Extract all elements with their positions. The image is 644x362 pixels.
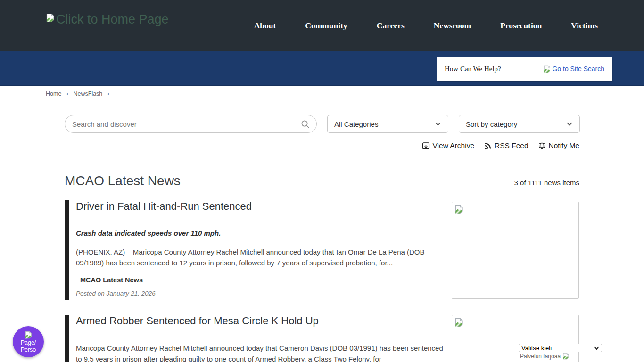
language-select-value: Valitse kieli bbox=[521, 345, 552, 352]
rss-feed-label: RSS Feed bbox=[495, 141, 528, 150]
chevron-down-icon bbox=[435, 121, 441, 127]
breadcrumb-separator: › bbox=[66, 90, 68, 97]
article-summary: Maricopa County Attorney Rachel Mitchell… bbox=[76, 343, 444, 362]
notify-me-label: Notify Me bbox=[549, 141, 579, 150]
site-search-box[interactable]: How Can We Help? Go to Site Search bbox=[437, 57, 612, 81]
sort-dropdown-value: Sort by category bbox=[466, 120, 517, 128]
accessibility-widget-label: Page/ Perso bbox=[17, 339, 39, 354]
breadcrumb-separator: › bbox=[107, 90, 109, 97]
nav-item-victims[interactable]: Victims bbox=[571, 21, 598, 31]
page: Click to Home Page About Community Caree… bbox=[0, 0, 644, 362]
site-header: Click to Home Page About Community Caree… bbox=[0, 0, 644, 51]
divider bbox=[52, 102, 591, 102]
accessibility-widget-button[interactable]: Page/ Perso bbox=[13, 326, 44, 357]
go-to-site-search-link[interactable]: Go to Site Search bbox=[543, 65, 604, 73]
category-dropdown-value: All Categories bbox=[334, 120, 378, 128]
rss-icon bbox=[484, 142, 492, 150]
main-nav: About Community Careers Newsroom Prosecu… bbox=[254, 21, 598, 31]
category-dropdown[interactable]: All Categories bbox=[327, 115, 448, 133]
translate-attribution-label: Palvelun tarjoaa bbox=[520, 353, 561, 360]
article-accent-bar bbox=[65, 200, 69, 300]
breadcrumb-home[interactable]: Home bbox=[46, 90, 61, 97]
chevron-down-icon bbox=[566, 121, 573, 127]
article-text: Driver in Fatal Hit-and-Run Sentenced Cr… bbox=[76, 200, 445, 300]
nav-item-careers[interactable]: Careers bbox=[377, 21, 405, 31]
news-tools: View Archive RSS Feed Notify Me bbox=[330, 140, 579, 151]
article-subtitle: Crash data indicated speeds over 110 mph… bbox=[76, 229, 221, 237]
view-archive-label: View Archive bbox=[433, 141, 474, 150]
news-search-field bbox=[65, 115, 317, 133]
page-title: MCAO Latest News bbox=[65, 173, 181, 189]
broken-image-icon bbox=[454, 205, 464, 214]
nav-item-prosecution[interactable]: Prosecution bbox=[500, 21, 542, 31]
language-select[interactable]: Valitse kieli bbox=[519, 344, 602, 352]
bell-icon bbox=[538, 142, 546, 150]
search-icon[interactable] bbox=[301, 120, 310, 129]
broken-image-icon bbox=[46, 13, 55, 23]
news-item: Driver in Fatal Hit-and-Run Sentenced Cr… bbox=[65, 200, 579, 300]
news-count: 3 of 1111 news items bbox=[514, 179, 579, 187]
news-search-input[interactable] bbox=[72, 120, 301, 128]
article-category: MCAO Latest News bbox=[80, 276, 143, 284]
news-item: Armed Robber Sentenced for Mesa Circle K… bbox=[65, 315, 579, 362]
nav-item-about[interactable]: About bbox=[254, 21, 276, 31]
archive-icon bbox=[422, 142, 430, 150]
broken-image-icon bbox=[562, 353, 570, 360]
home-logo-alt-text: Click to Home Page bbox=[56, 12, 169, 27]
breadcrumb: Home › NewsFlash › bbox=[46, 90, 113, 97]
article-title-link[interactable]: Driver in Fatal Hit-and-Run Sentenced bbox=[76, 200, 252, 213]
nav-item-community[interactable]: Community bbox=[305, 21, 347, 31]
article-summary: (PHOENIX, AZ) – Maricopa County Attorney… bbox=[76, 247, 444, 268]
broken-image-icon bbox=[454, 318, 464, 327]
rss-feed-link[interactable]: RSS Feed bbox=[484, 140, 528, 151]
view-archive-link[interactable]: View Archive bbox=[422, 140, 474, 151]
notify-me-link[interactable]: Notify Me bbox=[538, 140, 579, 151]
site-search-alt-text: Go to Site Search bbox=[552, 65, 604, 73]
chevron-down-icon bbox=[594, 346, 599, 351]
article-posted-date: Posted on January 21, 2026 bbox=[76, 290, 156, 297]
search-band: How Can We Help? Go to Site Search bbox=[0, 51, 644, 86]
article-text: Armed Robber Sentenced for Mesa Circle K… bbox=[76, 315, 445, 362]
broken-image-icon bbox=[25, 331, 33, 339]
site-search-prompt: How Can We Help? bbox=[445, 65, 501, 73]
article-thumbnail-placeholder[interactable] bbox=[452, 202, 579, 299]
sort-dropdown[interactable]: Sort by category bbox=[459, 115, 580, 133]
article-title-link[interactable]: Armed Robber Sentenced for Mesa Circle K… bbox=[76, 315, 319, 327]
broken-image-icon bbox=[543, 65, 551, 73]
breadcrumb-newsflash[interactable]: NewsFlash bbox=[73, 90, 102, 97]
article-accent-bar bbox=[65, 315, 69, 362]
home-logo-link[interactable]: Click to Home Page bbox=[46, 12, 169, 27]
translate-attribution: Palvelun tarjoaa bbox=[520, 353, 570, 360]
nav-item-newsroom[interactable]: Newsroom bbox=[434, 21, 471, 31]
